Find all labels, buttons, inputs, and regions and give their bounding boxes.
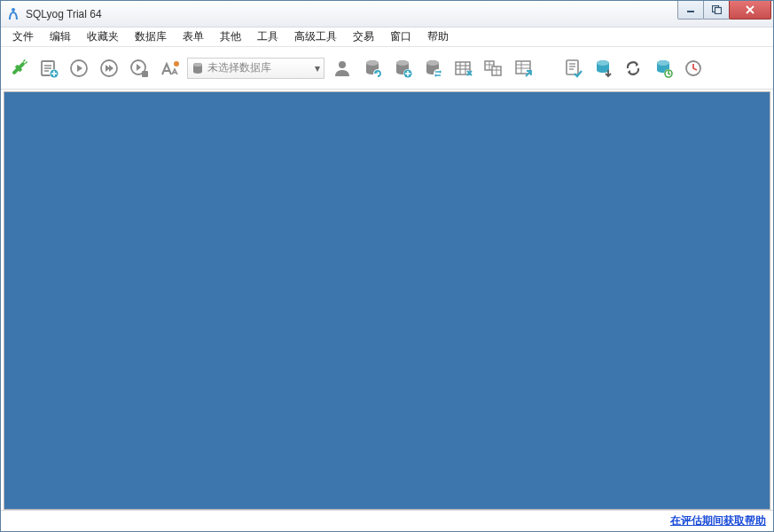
svg-point-23 bbox=[193, 63, 202, 66]
menu-tools[interactable]: 工具 bbox=[249, 27, 286, 46]
database-selector[interactable]: 未选择数据库 ▾ bbox=[187, 58, 324, 79]
window-controls bbox=[678, 1, 771, 20]
new-query-icon bbox=[39, 59, 59, 78]
svg-point-57 bbox=[597, 60, 609, 66]
execute-icon bbox=[69, 59, 89, 78]
table-join-icon bbox=[483, 59, 503, 78]
menu-favorites[interactable]: 收藏夹 bbox=[79, 27, 127, 46]
menu-edit[interactable]: 编辑 bbox=[42, 27, 79, 46]
db-download-button[interactable] bbox=[590, 56, 615, 81]
workspace bbox=[1, 90, 773, 510]
mdi-area[interactable] bbox=[4, 91, 770, 510]
svg-point-59 bbox=[657, 60, 669, 66]
table-open-button[interactable] bbox=[511, 56, 536, 81]
user-button[interactable] bbox=[330, 56, 355, 81]
app-icon bbox=[6, 7, 20, 21]
status-bar: 在评估期间获取帮助 bbox=[1, 510, 773, 531]
table-join-button[interactable] bbox=[481, 56, 505, 81]
svg-rect-48 bbox=[516, 61, 530, 74]
menu-database[interactable]: 数据库 bbox=[127, 27, 175, 46]
db-download-icon bbox=[593, 59, 613, 78]
execute-all-icon bbox=[99, 59, 119, 78]
db-restore-icon bbox=[653, 59, 673, 78]
execute-all-button[interactable] bbox=[97, 56, 121, 81]
clock-icon bbox=[684, 59, 703, 78]
window-title: SQLyog Trial 64 bbox=[26, 8, 102, 20]
table-open-icon bbox=[513, 59, 533, 78]
table-grid-button[interactable] bbox=[450, 56, 475, 81]
svg-line-7 bbox=[23, 59, 25, 61]
svg-rect-52 bbox=[567, 60, 578, 74]
toolbar: 未选择数据库 ▾ bbox=[1, 47, 773, 90]
format-icon bbox=[160, 59, 179, 78]
connect-icon bbox=[9, 59, 28, 78]
database-icon bbox=[192, 62, 204, 74]
db-plus-button[interactable] bbox=[390, 56, 415, 81]
execute-current-icon bbox=[129, 59, 149, 78]
menu-powertools[interactable]: 高级工具 bbox=[286, 27, 345, 46]
svg-line-8 bbox=[25, 61, 27, 63]
menu-window[interactable]: 窗口 bbox=[382, 27, 419, 46]
new-query-button[interactable] bbox=[36, 56, 61, 81]
db-sync-button[interactable] bbox=[420, 56, 445, 81]
svg-rect-20 bbox=[142, 71, 148, 77]
db-refresh-button[interactable] bbox=[360, 56, 385, 81]
minimize-button[interactable] bbox=[677, 1, 704, 20]
db-plus-icon bbox=[393, 59, 412, 78]
menu-transaction[interactable]: 交易 bbox=[345, 27, 382, 46]
format-button[interactable] bbox=[157, 56, 182, 81]
menu-other[interactable]: 其他 bbox=[212, 27, 249, 46]
svg-point-36 bbox=[434, 69, 442, 78]
execute-current-button[interactable] bbox=[127, 56, 152, 81]
refresh-button[interactable] bbox=[621, 56, 645, 81]
close-button[interactable] bbox=[729, 1, 771, 20]
svg-point-24 bbox=[339, 61, 346, 68]
execute-button[interactable] bbox=[66, 56, 91, 81]
svg-point-29 bbox=[396, 60, 409, 66]
menu-help[interactable]: 帮助 bbox=[419, 27, 457, 46]
refresh-icon bbox=[623, 59, 643, 78]
menu-table[interactable]: 表单 bbox=[175, 27, 212, 46]
menu-file[interactable]: 文件 bbox=[4, 27, 42, 46]
database-selector-text: 未选择数据库 bbox=[207, 60, 271, 75]
db-sync-icon bbox=[423, 59, 442, 78]
clock-button[interactable] bbox=[681, 56, 706, 81]
table-grid-icon bbox=[453, 59, 473, 78]
title-bar: SQLyog Trial 64 bbox=[1, 1, 773, 27]
svg-point-21 bbox=[174, 61, 179, 66]
svg-point-35 bbox=[426, 60, 439, 66]
maximize-button[interactable] bbox=[703, 1, 730, 20]
svg-rect-3 bbox=[715, 8, 721, 14]
connect-button[interactable] bbox=[6, 56, 31, 81]
db-restore-button[interactable] bbox=[651, 56, 676, 81]
svg-rect-1 bbox=[687, 11, 694, 12]
svg-point-0 bbox=[12, 8, 15, 12]
user-icon bbox=[332, 59, 352, 78]
svg-point-26 bbox=[366, 60, 379, 66]
menu-bar: 文件 编辑 收藏夹 数据库 表单 其他 工具 高级工具 交易 窗口 帮助 bbox=[1, 27, 773, 47]
chevron-down-icon: ▾ bbox=[315, 62, 320, 74]
doc-check-button[interactable] bbox=[560, 56, 585, 81]
doc-check-icon bbox=[563, 59, 582, 78]
db-refresh-icon bbox=[363, 59, 382, 78]
trial-help-link[interactable]: 在评估期间获取帮助 bbox=[670, 513, 766, 528]
